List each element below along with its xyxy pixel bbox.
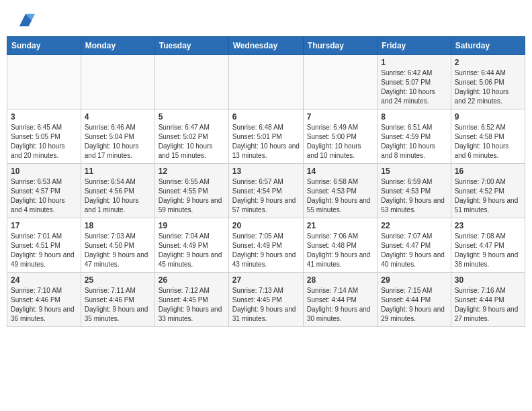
calendar-cell: 16Sunrise: 7:00 AM Sunset: 4:52 PM Dayli…	[451, 164, 525, 218]
day-number: 9	[455, 112, 521, 122]
calendar-cell: 27Sunrise: 7:13 AM Sunset: 4:45 PM Dayli…	[228, 273, 303, 327]
day-info: Sunrise: 6:42 AM Sunset: 5:07 PM Dayligh…	[381, 68, 447, 106]
logo	[13, 11, 35, 30]
calendar-week-row: 17Sunrise: 7:01 AM Sunset: 4:51 PM Dayli…	[7, 218, 525, 273]
day-number: 11	[85, 167, 151, 176]
day-number: 7	[307, 112, 373, 122]
day-info: Sunrise: 7:01 AM Sunset: 4:51 PM Dayligh…	[11, 232, 77, 269]
weekday-header: Wednesday	[228, 37, 303, 55]
calendar-cell: 17Sunrise: 7:01 AM Sunset: 4:51 PM Dayli…	[7, 218, 81, 273]
calendar-cell: 19Sunrise: 7:04 AM Sunset: 4:49 PM Dayli…	[154, 218, 228, 273]
day-info: Sunrise: 7:03 AM Sunset: 4:50 PM Dayligh…	[85, 232, 151, 269]
day-number: 26	[159, 275, 225, 285]
day-number: 21	[307, 221, 373, 230]
weekday-header: Monday	[81, 37, 154, 55]
day-info: Sunrise: 6:47 AM Sunset: 5:02 PM Dayligh…	[159, 123, 225, 161]
day-info: Sunrise: 6:54 AM Sunset: 4:56 PM Dayligh…	[85, 177, 151, 215]
calendar-cell	[303, 55, 377, 109]
calendar-cell: 30Sunrise: 7:16 AM Sunset: 4:44 PM Dayli…	[451, 273, 525, 327]
calendar-cell: 18Sunrise: 7:03 AM Sunset: 4:50 PM Dayli…	[81, 218, 154, 273]
day-number: 5	[159, 112, 225, 122]
day-number: 15	[381, 167, 447, 176]
day-info: Sunrise: 7:04 AM Sunset: 4:49 PM Dayligh…	[159, 232, 225, 269]
day-number: 10	[11, 167, 77, 176]
day-info: Sunrise: 7:13 AM Sunset: 4:45 PM Dayligh…	[232, 286, 300, 324]
calendar-cell: 9Sunrise: 6:52 AM Sunset: 4:58 PM Daylig…	[451, 109, 525, 164]
calendar-cell: 22Sunrise: 7:07 AM Sunset: 4:47 PM Dayli…	[378, 218, 451, 273]
day-info: Sunrise: 7:16 AM Sunset: 4:44 PM Dayligh…	[455, 286, 521, 324]
calendar-cell: 20Sunrise: 7:05 AM Sunset: 4:49 PM Dayli…	[228, 218, 303, 273]
calendar-cell: 29Sunrise: 7:15 AM Sunset: 4:44 PM Dayli…	[378, 273, 451, 327]
day-number: 17	[11, 221, 77, 230]
weekday-header: Friday	[378, 37, 451, 55]
day-info: Sunrise: 6:52 AM Sunset: 4:58 PM Dayligh…	[455, 123, 521, 161]
day-info: Sunrise: 7:11 AM Sunset: 4:46 PM Dayligh…	[85, 286, 151, 324]
calendar-cell: 13Sunrise: 6:57 AM Sunset: 4:54 PM Dayli…	[228, 164, 303, 218]
day-info: Sunrise: 7:12 AM Sunset: 4:45 PM Dayligh…	[159, 286, 225, 324]
day-info: Sunrise: 7:14 AM Sunset: 4:44 PM Dayligh…	[307, 286, 373, 324]
calendar-cell: 4Sunrise: 6:46 AM Sunset: 5:04 PM Daylig…	[81, 109, 154, 164]
day-number: 2	[455, 58, 521, 67]
day-number: 28	[307, 275, 373, 285]
calendar-table: SundayMondayTuesdayWednesdayThursdayFrid…	[7, 36, 525, 327]
day-number: 6	[232, 112, 300, 122]
day-number: 12	[159, 167, 225, 176]
day-info: Sunrise: 6:44 AM Sunset: 5:06 PM Dayligh…	[455, 68, 521, 106]
day-number: 25	[85, 275, 151, 285]
page-header	[0, 0, 532, 36]
weekday-header: Saturday	[451, 37, 525, 55]
day-info: Sunrise: 6:58 AM Sunset: 4:53 PM Dayligh…	[307, 177, 373, 215]
calendar-cell: 3Sunrise: 6:45 AM Sunset: 5:05 PM Daylig…	[7, 109, 81, 164]
calendar-cell: 6Sunrise: 6:48 AM Sunset: 5:01 PM Daylig…	[228, 109, 303, 164]
calendar-cell	[81, 55, 154, 109]
calendar-cell: 26Sunrise: 7:12 AM Sunset: 4:45 PM Dayli…	[154, 273, 228, 327]
calendar-cell: 25Sunrise: 7:11 AM Sunset: 4:46 PM Dayli…	[81, 273, 154, 327]
day-number: 4	[85, 112, 151, 122]
logo-icon	[16, 11, 35, 30]
day-info: Sunrise: 6:57 AM Sunset: 4:54 PM Dayligh…	[232, 177, 300, 215]
day-info: Sunrise: 6:45 AM Sunset: 5:05 PM Dayligh…	[11, 123, 77, 161]
day-info: Sunrise: 7:08 AM Sunset: 4:47 PM Dayligh…	[455, 232, 521, 269]
day-number: 3	[11, 112, 77, 122]
calendar-cell	[228, 55, 303, 109]
day-number: 30	[455, 275, 521, 285]
calendar: SundayMondayTuesdayWednesdayThursdayFrid…	[0, 36, 532, 334]
calendar-cell: 1Sunrise: 6:42 AM Sunset: 5:07 PM Daylig…	[378, 55, 451, 109]
day-number: 22	[381, 221, 447, 230]
calendar-cell: 21Sunrise: 7:06 AM Sunset: 4:48 PM Dayli…	[303, 218, 377, 273]
day-info: Sunrise: 7:07 AM Sunset: 4:47 PM Dayligh…	[381, 232, 447, 269]
day-number: 27	[232, 275, 300, 285]
day-info: Sunrise: 7:15 AM Sunset: 4:44 PM Dayligh…	[381, 286, 447, 324]
day-number: 1	[381, 58, 447, 67]
calendar-cell	[7, 55, 81, 109]
calendar-cell: 23Sunrise: 7:08 AM Sunset: 4:47 PM Dayli…	[451, 218, 525, 273]
calendar-cell: 12Sunrise: 6:55 AM Sunset: 4:55 PM Dayli…	[154, 164, 228, 218]
calendar-cell: 14Sunrise: 6:58 AM Sunset: 4:53 PM Dayli…	[303, 164, 377, 218]
calendar-week-row: 1Sunrise: 6:42 AM Sunset: 5:07 PM Daylig…	[7, 55, 525, 109]
calendar-cell: 24Sunrise: 7:10 AM Sunset: 4:46 PM Dayli…	[7, 273, 81, 327]
day-number: 20	[232, 221, 300, 230]
day-info: Sunrise: 6:49 AM Sunset: 5:00 PM Dayligh…	[307, 123, 373, 161]
day-number: 18	[85, 221, 151, 230]
calendar-cell: 28Sunrise: 7:14 AM Sunset: 4:44 PM Dayli…	[303, 273, 377, 327]
calendar-header: SundayMondayTuesdayWednesdayThursdayFrid…	[7, 37, 525, 55]
day-number: 29	[381, 275, 447, 285]
weekday-header: Sunday	[7, 37, 81, 55]
day-number: 23	[455, 221, 521, 230]
calendar-cell: 15Sunrise: 6:59 AM Sunset: 4:53 PM Dayli…	[378, 164, 451, 218]
calendar-cell: 10Sunrise: 6:53 AM Sunset: 4:57 PM Dayli…	[7, 164, 81, 218]
calendar-week-row: 10Sunrise: 6:53 AM Sunset: 4:57 PM Dayli…	[7, 164, 525, 218]
day-number: 8	[381, 112, 447, 122]
day-info: Sunrise: 6:59 AM Sunset: 4:53 PM Dayligh…	[381, 177, 447, 215]
calendar-cell: 8Sunrise: 6:51 AM Sunset: 4:59 PM Daylig…	[378, 109, 451, 164]
day-info: Sunrise: 7:00 AM Sunset: 4:52 PM Dayligh…	[455, 177, 521, 215]
calendar-cell	[154, 55, 228, 109]
calendar-cell: 5Sunrise: 6:47 AM Sunset: 5:02 PM Daylig…	[154, 109, 228, 164]
day-info: Sunrise: 6:55 AM Sunset: 4:55 PM Dayligh…	[159, 177, 225, 215]
calendar-cell: 7Sunrise: 6:49 AM Sunset: 5:00 PM Daylig…	[303, 109, 377, 164]
weekday-header: Thursday	[303, 37, 377, 55]
day-number: 14	[307, 167, 373, 176]
calendar-cell: 2Sunrise: 6:44 AM Sunset: 5:06 PM Daylig…	[451, 55, 525, 109]
calendar-week-row: 24Sunrise: 7:10 AM Sunset: 4:46 PM Dayli…	[7, 273, 525, 327]
day-number: 24	[11, 275, 77, 285]
